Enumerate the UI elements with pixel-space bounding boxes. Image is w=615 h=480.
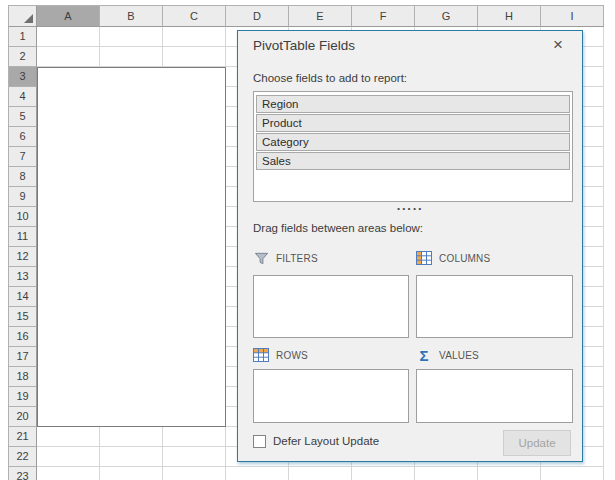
pane-title: PivotTable Fields (253, 38, 355, 53)
row-header[interactable]: 13 (8, 267, 37, 287)
field-list-item[interactable]: Product (256, 114, 570, 132)
columns-label: COLUMNS (439, 253, 490, 264)
row-header[interactable]: 4 (8, 87, 37, 107)
row-header[interactable]: 8 (8, 167, 37, 187)
select-all-corner[interactable] (8, 5, 37, 27)
table-rows-icon (253, 348, 269, 363)
column-header[interactable]: D (226, 5, 289, 27)
row-header[interactable]: 15 (8, 307, 37, 327)
column-header[interactable]: C (163, 5, 226, 27)
values-label: VALUES (439, 350, 479, 361)
row-header[interactable]: 3 (8, 67, 37, 87)
row-header[interactable]: 20 (8, 407, 37, 427)
columns-area-header: COLUMNS (416, 249, 490, 267)
row-header[interactable]: 23 (8, 467, 37, 480)
field-list-item[interactable]: Sales (256, 152, 570, 170)
row-header[interactable]: 21 (8, 427, 37, 447)
row-headers: 1234567891011121314151617181920212223 (8, 27, 37, 480)
rows-area-header: ROWS (253, 346, 308, 364)
row-header[interactable]: 5 (8, 107, 37, 127)
defer-layout-checkbox[interactable] (253, 435, 266, 448)
row-header[interactable]: 9 (8, 187, 37, 207)
filters-drop-area[interactable] (253, 275, 409, 338)
close-icon[interactable]: × (547, 34, 569, 56)
filters-label: FILTERS (276, 253, 318, 264)
funnel-icon (253, 251, 269, 266)
field-list-item[interactable]: Region (256, 95, 570, 113)
column-headers: ABCDEFGHI (37, 5, 604, 27)
row-header[interactable]: 18 (8, 367, 37, 387)
update-button[interactable]: Update (503, 430, 571, 456)
table-columns-icon (416, 251, 432, 266)
row-header[interactable]: 10 (8, 207, 37, 227)
pivottable-fields-pane: PivotTable Fields × Choose fields to add… (237, 30, 583, 462)
row-header[interactable]: 14 (8, 287, 37, 307)
row-header[interactable]: 2 (8, 47, 37, 67)
field-list: RegionProductCategorySales (253, 91, 573, 202)
rows-drop-area[interactable] (253, 369, 409, 423)
row-header[interactable]: 1 (8, 27, 37, 47)
drag-fields-label: Drag fields between areas below: (253, 222, 423, 234)
row-header[interactable]: 7 (8, 147, 37, 167)
corner-triangle-icon (24, 14, 33, 23)
column-header[interactable]: G (415, 5, 478, 27)
values-area-header: Σ VALUES (416, 346, 479, 364)
sigma-icon: Σ (416, 348, 432, 363)
column-header[interactable]: B (100, 5, 163, 27)
row-header[interactable]: 17 (8, 347, 37, 367)
pane-splitter-handle[interactable]: ····· (238, 203, 582, 217)
pivot-table-placeholder[interactable] (37, 67, 226, 427)
column-header[interactable]: I (541, 5, 604, 27)
rows-label: ROWS (276, 350, 308, 361)
row-header[interactable]: 6 (8, 127, 37, 147)
row-header[interactable]: 11 (8, 227, 37, 247)
column-header[interactable]: H (478, 5, 541, 27)
defer-layout-row: Defer Layout Update (253, 432, 379, 450)
field-list-item[interactable]: Category (256, 133, 570, 151)
columns-drop-area[interactable] (416, 275, 573, 338)
choose-fields-label: Choose fields to add to report: (253, 72, 407, 84)
column-header[interactable]: F (352, 5, 415, 27)
values-drop-area[interactable] (416, 369, 573, 423)
row-header[interactable]: 16 (8, 327, 37, 347)
defer-layout-label: Defer Layout Update (273, 435, 379, 447)
app-window: ABCDEFGHI 123456789101112131415161718192… (0, 0, 615, 480)
row-header[interactable]: 22 (8, 447, 37, 467)
row-header[interactable]: 12 (8, 247, 37, 267)
filters-area-header: FILTERS (253, 249, 318, 267)
column-header[interactable]: A (37, 5, 100, 27)
column-header[interactable]: E (289, 5, 352, 27)
row-header[interactable]: 19 (8, 387, 37, 407)
